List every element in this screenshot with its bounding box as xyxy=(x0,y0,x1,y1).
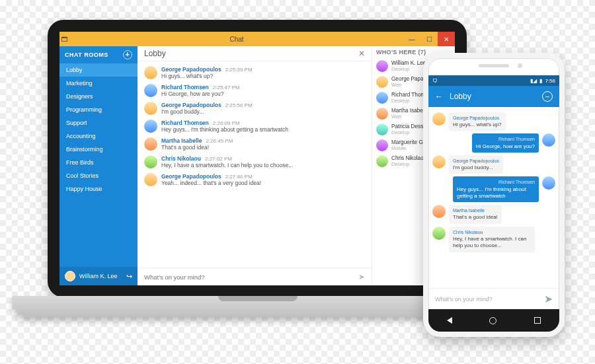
room-header: Lobby ✕ xyxy=(138,46,372,61)
app-bar: ← Lobby − xyxy=(428,86,559,107)
menu-button[interactable]: − xyxy=(542,91,553,102)
message-avatar[interactable] xyxy=(144,120,157,133)
mobile-msg-author: Martha Isabelle xyxy=(453,207,498,213)
sidebar-item-programming[interactable]: Programming xyxy=(60,103,138,116)
message-avatar[interactable] xyxy=(144,102,157,115)
battery-icon: ▮ xyxy=(539,78,542,84)
mobile-send-icon[interactable]: ➤ xyxy=(544,293,553,305)
sidebar-item-happy-house[interactable]: Happy House xyxy=(60,182,138,196)
app-bar-title: Lobby xyxy=(450,92,471,101)
chat-column: Lobby ✕ George Papadopoulos2:25:39 PMHi … xyxy=(138,46,372,285)
android-nav-bar xyxy=(428,309,559,332)
logout-button[interactable]: ↪ xyxy=(126,272,132,281)
sidebar: CHAT ROOMS + LobbyMarketingDesignersProg… xyxy=(60,46,138,285)
maximize-button[interactable]: ☐ xyxy=(420,32,438,46)
mobile-avatar[interactable] xyxy=(432,112,446,126)
sidebar-item-lobby[interactable]: Lobby xyxy=(60,63,138,77)
presence-name: William K. Lee xyxy=(391,60,426,66)
mobile-avatar[interactable] xyxy=(432,155,446,168)
window-titlebar[interactable]: 🗔 Chat — ☐ ✕ xyxy=(60,32,455,46)
sidebar-item-brainstorming[interactable]: Brainstorming xyxy=(60,143,138,156)
room-title: Lobby xyxy=(144,49,166,58)
compose-bar: ➤ xyxy=(138,268,372,285)
sidebar-item-marketing[interactable]: Marketing xyxy=(60,77,138,90)
message-author: Richard Thomsen xyxy=(161,120,209,126)
close-button[interactable]: ✕ xyxy=(438,32,455,46)
message-author: Martha Isabelle xyxy=(161,137,202,144)
mobile-message-list[interactable]: George PapadopoulosHi guys... what's up?… xyxy=(428,107,559,288)
window-buttons: — ☐ ✕ xyxy=(403,32,455,46)
message-avatar[interactable] xyxy=(144,84,157,97)
mobile-msg-author: Richard Thomsen xyxy=(457,179,535,185)
mobile-msg-author: Richard Thomsen xyxy=(476,136,535,142)
message-text: Hi George, how are you? xyxy=(161,91,368,98)
message-text: Yeah... indeed... that's a very good ide… xyxy=(161,180,368,187)
message-author: George Papadopoulos xyxy=(161,66,221,73)
sidebar-item-designers[interactable]: Designers xyxy=(60,90,138,103)
mobile-msg-author: George Papadopoulos xyxy=(453,158,499,164)
mobile-msg-text: Hi George, how are you? xyxy=(476,143,535,149)
mobile-message: Richard ThomsenHey guys... I'm thinking … xyxy=(432,176,555,202)
message-time: 2:25:39 PM xyxy=(225,67,253,73)
message-time: 2:25:56 PM xyxy=(225,102,253,108)
mobile-avatar[interactable] xyxy=(432,227,446,240)
send-icon[interactable]: ➤ xyxy=(358,272,365,281)
presence-device: Desktop xyxy=(391,66,426,72)
message-author: George Papadopoulos xyxy=(161,102,221,108)
presence-avatar xyxy=(376,155,388,167)
message-author: George Papadopoulos xyxy=(161,173,221,180)
signal-icon: ▮◢ xyxy=(530,78,537,84)
mobile-avatar[interactable] xyxy=(542,133,555,147)
message-row: Richard Thomsen2:26:09 PMHey guys... I'm… xyxy=(144,118,368,135)
mobile-msg-text: Hey, I have a smartwatch. I can help you… xyxy=(453,236,526,248)
sidebar-footer: William K. Lee ↪ xyxy=(60,267,138,285)
window-body: CHAT ROOMS + LobbyMarketingDesignersProg… xyxy=(60,46,455,285)
window-title: Chat xyxy=(70,36,403,43)
mobile-message: Richard ThomsenHi George, how are you? xyxy=(432,133,555,152)
back-button[interactable]: ← xyxy=(435,92,443,101)
mobile-message: Martha IsabelleThat's a good idea! xyxy=(432,205,555,223)
message-row: George Papadopoulos2:25:39 PMHi guys... … xyxy=(144,64,368,82)
presence-avatar xyxy=(376,108,388,120)
message-author: Chris Nikolaou xyxy=(161,155,201,162)
sidebar-header: CHAT ROOMS + xyxy=(60,46,138,63)
message-text: Hey guys... I'm thinking about getting a… xyxy=(161,126,368,133)
mobile-msg-text: That's a good idea! xyxy=(453,214,498,220)
sidebar-item-accounting[interactable]: Accounting xyxy=(60,129,138,143)
nav-home-icon[interactable] xyxy=(489,317,496,324)
mobile-msg-text: I'm good buddy... xyxy=(453,164,493,170)
message-row: Richard Thomsen2:25:47 PMHi George, how … xyxy=(144,82,368,100)
message-avatar[interactable] xyxy=(144,137,157,151)
message-avatar[interactable] xyxy=(144,155,157,168)
message-time: 2:27:46 PM xyxy=(225,174,253,180)
status-bar: 🗨 ▮◢ ▮ 7:56 xyxy=(428,75,559,86)
message-row: George Papadopoulos2:27:46 PMYeah... ind… xyxy=(144,171,368,189)
mobile-avatar[interactable] xyxy=(542,176,555,190)
message-text: Hi guys... what's up? xyxy=(161,73,368,80)
message-text: Hey, I have a smartwatch. I can help you… xyxy=(161,162,368,169)
presence-avatar xyxy=(376,139,388,151)
app-icon: 🗔 xyxy=(60,36,70,43)
phone-frame: 🗨 ▮◢ ▮ 7:56 ← Lobby − George Papadopoulo… xyxy=(423,53,565,337)
sidebar-item-cool-stories[interactable]: Cool Stories xyxy=(60,169,138,182)
laptop-frame: 🗔 Chat — ☐ ✕ CHAT ROOMS + LobbyMarketing… xyxy=(48,20,467,297)
close-room-icon[interactable]: ✕ xyxy=(358,49,365,58)
presence-avatar xyxy=(376,92,388,104)
message-avatar[interactable] xyxy=(144,66,157,79)
message-avatar[interactable] xyxy=(144,173,157,186)
status-time: 7:56 xyxy=(545,78,555,84)
mobile-compose-placeholder[interactable]: What's on your mind? xyxy=(435,296,544,303)
nav-recents-icon[interactable] xyxy=(534,317,541,324)
current-user-avatar[interactable] xyxy=(65,271,75,281)
sidebar-item-support[interactable]: Support xyxy=(60,116,138,129)
presence-avatar xyxy=(376,76,388,88)
mobile-avatar[interactable] xyxy=(432,205,446,218)
message-list[interactable]: George Papadopoulos2:25:39 PMHi guys... … xyxy=(138,61,372,268)
mobile-compose-bar: What's on your mind? ➤ xyxy=(428,288,559,309)
current-user-name: William K. Lee xyxy=(79,273,118,279)
nav-back-icon[interactable] xyxy=(447,317,452,324)
minimize-button[interactable]: — xyxy=(403,32,420,46)
sidebar-item-free-birds[interactable]: Free Birds xyxy=(60,156,138,169)
compose-input[interactable] xyxy=(144,273,358,281)
add-room-button[interactable]: + xyxy=(123,50,132,59)
